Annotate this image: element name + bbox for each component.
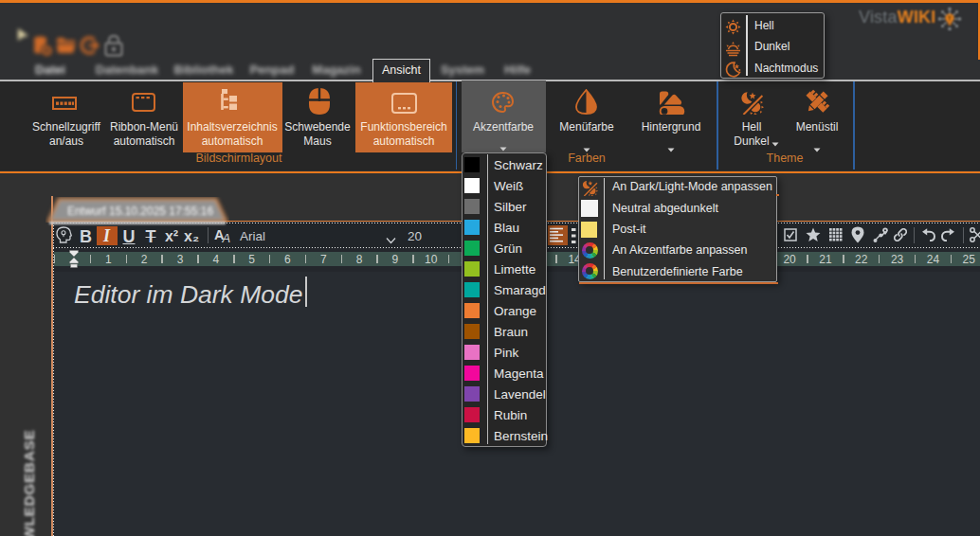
svg-text:T: T: [948, 15, 953, 22]
svg-text:Entwurf 15.10.2025 17:55:16: Entwurf 15.10.2025 17:55:16: [67, 205, 213, 218]
